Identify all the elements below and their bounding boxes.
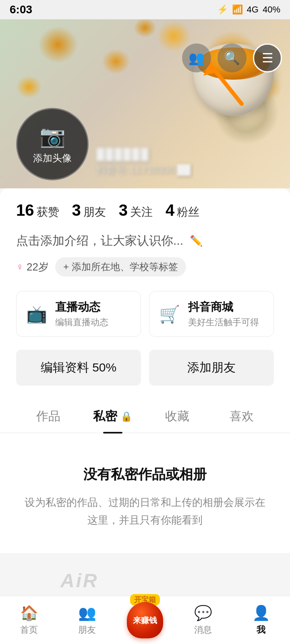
feature-cards: 📺 直播动态 编辑直播动态 🛒 抖音商城 美好生活触手可得 — [16, 291, 274, 337]
fans-number: 4 — [166, 201, 174, 219]
search-button[interactable]: 🔍 — [218, 43, 246, 72]
username-display: ██████ — [97, 148, 191, 161]
me-label: 我 — [257, 624, 265, 636]
status-icons: ⚡ 📶 4G 40% — [217, 4, 280, 15]
wifi-icon: 📶 — [232, 4, 243, 15]
bio-edit-icon[interactable]: ✏️ — [190, 235, 203, 247]
tab-private-label: 私密 — [93, 408, 117, 425]
home-label: 首页 — [20, 624, 38, 636]
stat-fans[interactable]: 4 粉丝 — [166, 201, 199, 220]
add-friend-button[interactable]: 添加朋友 — [149, 350, 274, 386]
stat-following[interactable]: 3 关注 — [119, 201, 153, 220]
nav-messages[interactable]: 💬 消息 — [174, 596, 232, 644]
messages-icon: 💬 — [194, 605, 212, 621]
avatar-circle[interactable]: 📷 添加头像 — [16, 108, 89, 180]
shop-info: 抖音商城 美好生活触手可得 — [188, 299, 259, 328]
earn-bag: 来赚钱 — [127, 602, 163, 638]
tab-likes-label: 喜欢 — [230, 408, 254, 425]
lock-icon: 🔒 — [120, 411, 133, 422]
profile-banner: 👥 🔍 ☰ 📷 添加头像 ██████ 抖音号: LLY10336 ██ — [0, 19, 290, 188]
earn-badge: 开宝箱 来赚钱 — [127, 602, 163, 638]
fans-label: 粉丝 — [177, 204, 199, 220]
status-bar: 6:03 ⚡ 📶 4G 40% — [0, 0, 290, 19]
likes-label: 获赞 — [37, 204, 59, 220]
empty-state: 没有私密作品或相册 设为私密的作品、过期的日常和上传的相册会展示在这里，并且只有… — [0, 433, 290, 553]
following-number: 3 — [119, 201, 128, 219]
bottom-nav: 🏠 首页 👥 朋友 开宝箱 来赚钱 💬 消息 👤 我 — [0, 596, 290, 644]
stats-row: 16 获赞 3 朋友 3 关注 4 粉丝 — [16, 201, 274, 220]
me-icon: 👤 — [252, 605, 270, 621]
nav-me[interactable]: 👤 我 — [232, 596, 290, 644]
nav-home[interactable]: 🏠 首页 — [0, 596, 58, 644]
tab-collections[interactable]: 收藏 — [145, 400, 209, 433]
friends-button[interactable]: 👥 — [182, 43, 211, 72]
avatar-container[interactable]: 📷 添加头像 — [16, 108, 89, 180]
shop-icon: 🛒 — [159, 304, 180, 324]
header-buttons: 👥 🔍 ☰ — [182, 43, 282, 72]
empty-description: 设为私密的作品、过期的日常和上传的相册会展示在这里，并且只有你能看到 — [24, 493, 266, 529]
earn-bag-text: 来赚钱 — [133, 615, 157, 625]
gender-icon: ♀ — [16, 261, 23, 272]
bio-row[interactable]: 点击添加介绍，让大家认识你... ✏️ — [16, 233, 274, 249]
shop-subtitle: 美好生活触手可得 — [188, 316, 259, 328]
add-tag-label: + 添加所在地、学校等标签 — [63, 260, 178, 273]
shop-card[interactable]: 🛒 抖音商城 美好生活触手可得 — [149, 291, 274, 337]
tabs-bar: 作品 私密 🔒 收藏 喜欢 — [0, 400, 290, 433]
live-icon: 📺 — [26, 304, 47, 324]
menu-button[interactable]: ☰ — [253, 43, 282, 72]
stat-friends[interactable]: 3 朋友 — [72, 201, 106, 220]
messages-label: 消息 — [194, 624, 212, 636]
edit-profile-button[interactable]: 编辑资料 50% — [16, 350, 141, 386]
tags-row: ♀ 22岁 + 添加所在地、学校等标签 — [16, 257, 274, 277]
camera-icon: 📷 — [39, 124, 66, 149]
profile-card: 16 获赞 3 朋友 3 关注 4 粉丝 点击添加介绍，让大家认识你... ✏️… — [0, 188, 290, 433]
shop-title: 抖音商城 — [188, 299, 259, 315]
tab-likes[interactable]: 喜欢 — [209, 400, 274, 433]
stat-likes[interactable]: 16 获赞 — [16, 201, 59, 220]
live-title: 直播动态 — [55, 299, 108, 315]
empty-title: 没有私密作品或相册 — [24, 465, 266, 484]
status-time: 6:03 — [10, 3, 32, 16]
home-icon: 🏠 — [20, 605, 38, 621]
gender-age-tag: ♀ 22岁 — [16, 260, 49, 274]
bio-text: 点击添加介绍，让大家认识你... — [16, 233, 183, 249]
friends-nav-icon: 👥 — [78, 605, 96, 621]
signal-icon: 4G — [247, 4, 259, 15]
tab-works-label: 作品 — [36, 408, 60, 425]
friends-nav-label: 朋友 — [78, 624, 96, 636]
nav-friends[interactable]: 👥 朋友 — [58, 596, 116, 644]
live-info: 直播动态 编辑直播动态 — [55, 299, 108, 328]
username-area: ██████ 抖音号: LLY10336 ██ — [97, 148, 191, 176]
action-buttons: 编辑资料 50% 添加朋友 — [16, 350, 274, 386]
user-id-display: 抖音号: LLY10336 ██ — [97, 163, 191, 176]
add-tag-button[interactable]: + 添加所在地、学校等标签 — [55, 257, 186, 277]
following-label: 关注 — [130, 204, 153, 220]
battery-icon: 40% — [263, 4, 280, 15]
tab-private[interactable]: 私密 🔒 — [81, 400, 145, 433]
tab-collections-label: 收藏 — [165, 408, 189, 425]
avatar-label: 添加头像 — [33, 152, 72, 165]
live-card[interactable]: 📺 直播动态 编辑直播动态 — [16, 291, 141, 337]
tab-works[interactable]: 作品 — [16, 400, 81, 433]
friends-number: 3 — [72, 201, 81, 219]
friends-label: 朋友 — [83, 204, 106, 220]
likes-number: 16 — [16, 201, 34, 219]
live-subtitle: 编辑直播动态 — [55, 316, 108, 328]
nav-earn[interactable]: 开宝箱 来赚钱 — [116, 596, 174, 644]
bluetooth-icon: ⚡ — [217, 4, 228, 15]
age-text: 22岁 — [27, 260, 49, 274]
